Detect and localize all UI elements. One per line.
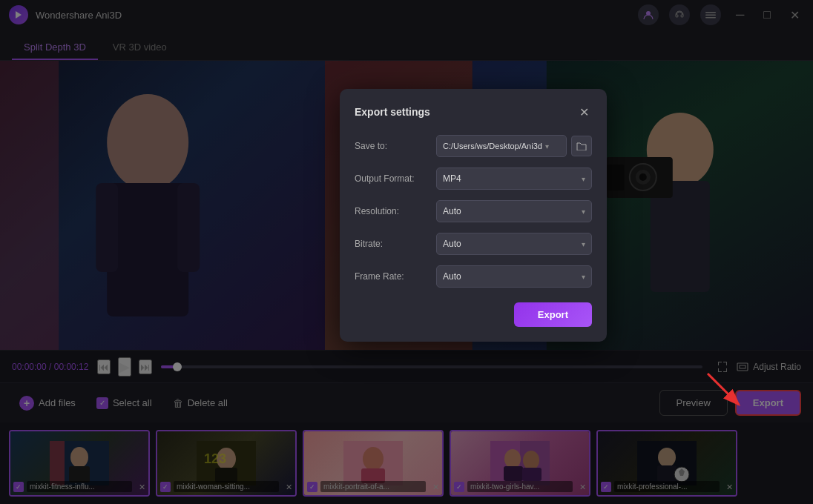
resolution-label: Resolution: bbox=[355, 206, 436, 216]
thumbnail-1[interactable]: ✓ mixkit-fitness-influ... ✕ bbox=[9, 430, 150, 497]
svg-rect-44 bbox=[522, 468, 542, 481]
thumbnail-4[interactable]: ✓ mixkit-two-girls-hav... ✕ bbox=[450, 430, 590, 497]
output-format-label: Output Format: bbox=[355, 173, 436, 184]
current-time: 00:00:00 / 00:00:12 bbox=[12, 362, 88, 372]
svg-rect-47 bbox=[657, 465, 677, 482]
output-format-select[interactable]: MP4 ▾ bbox=[436, 168, 592, 190]
preview-button[interactable]: Preview bbox=[659, 390, 728, 416]
ratio-icon bbox=[737, 361, 748, 373]
svg-rect-4 bbox=[705, 17, 716, 19]
window-controls: ─ □ ✕ bbox=[638, 4, 804, 25]
svg-point-41 bbox=[504, 449, 521, 468]
progress-thumb bbox=[173, 362, 182, 371]
frame-rate-row: Frame Rate: Auto ▾ bbox=[355, 265, 592, 288]
progress-track[interactable] bbox=[161, 365, 702, 368]
delete-all-label: Delete all bbox=[188, 397, 228, 408]
thumb-check-2: ✓ bbox=[160, 482, 171, 492]
thumb-label-1: mixkit-fitness-influ... bbox=[27, 481, 132, 492]
play-button[interactable]: ▶ bbox=[118, 357, 131, 377]
export-modal-button[interactable]: Export bbox=[514, 302, 592, 327]
svg-point-42 bbox=[523, 451, 539, 470]
select-all-button[interactable]: ✓ Select all bbox=[89, 393, 159, 414]
user-icon[interactable] bbox=[638, 4, 659, 25]
save-to-path[interactable]: C:/Users/ws/Desktop/Ani3d ▾ bbox=[436, 135, 567, 157]
tabbar: Split Depth 3D VR 3D video bbox=[0, 30, 813, 61]
thumb-label-2: mixkit-woman-sitting... bbox=[174, 481, 279, 492]
titlebar: Wondershare Ani3D ─ □ ✕ bbox=[0, 0, 813, 30]
playback-bar: 00:00:00 / 00:00:12 ⏮ ▶ ⏭ Adjust Ratio bbox=[0, 350, 813, 382]
frame-rate-select[interactable]: Auto ▾ bbox=[436, 265, 592, 288]
thumb-delete-1[interactable]: ✕ bbox=[139, 483, 145, 492]
maximize-button[interactable]: □ bbox=[759, 7, 775, 23]
svg-point-46 bbox=[658, 448, 676, 467]
thumb-label-3: mixkit-portrait-of-a... bbox=[320, 481, 426, 492]
save-to-label: Save to: bbox=[355, 141, 436, 151]
svg-point-27 bbox=[70, 447, 88, 468]
resolution-chevron: ▾ bbox=[582, 208, 585, 216]
video-left-panel bbox=[0, 61, 325, 350]
frame-rate-chevron: ▾ bbox=[582, 273, 585, 281]
thumb-label-4: mixkit-two-girls-hav... bbox=[467, 481, 573, 492]
trash-icon: 🗑 bbox=[173, 397, 183, 409]
thumbnails-row: ✓ mixkit-fitness-influ... ✕ 123 ✓ mixkit… bbox=[0, 422, 813, 504]
tab-split-depth[interactable]: Split Depth 3D bbox=[12, 36, 98, 60]
folder-browse-button[interactable] bbox=[571, 136, 592, 156]
modal-header: Export settings ✕ bbox=[355, 104, 592, 120]
thumb-delete-5[interactable]: ✕ bbox=[726, 483, 733, 492]
thumb-label-5: mixkit-professional-... bbox=[614, 481, 720, 492]
thumbnail-2[interactable]: 123 ✓ mixkit-woman-sitting... ✕ bbox=[156, 430, 297, 497]
export-main-button[interactable]: Export bbox=[735, 390, 801, 416]
modal-title: Export settings bbox=[355, 106, 430, 118]
close-button[interactable]: ✕ bbox=[786, 7, 804, 24]
svg-rect-29 bbox=[50, 441, 65, 485]
thumbnail-5[interactable]: ✓ mixkit-professional-... ✕ bbox=[596, 430, 737, 497]
output-format-chevron: ▾ bbox=[582, 175, 585, 183]
step-back-button[interactable]: ⏮ bbox=[97, 359, 111, 374]
svg-rect-43 bbox=[504, 466, 523, 481]
save-to-row: Save to: C:/Users/ws/Desktop/Ani3d ▾ bbox=[355, 135, 592, 157]
bitrate-chevron: ▾ bbox=[582, 240, 585, 248]
output-format-row: Output Format: MP4 ▾ bbox=[355, 168, 592, 190]
resolution-select[interactable]: Auto ▾ bbox=[436, 200, 592, 222]
bitrate-select[interactable]: Auto ▾ bbox=[436, 233, 592, 255]
svg-rect-12 bbox=[0, 61, 325, 350]
app-title: Wondershare Ani3D bbox=[36, 10, 122, 21]
bottom-toolbar: + Add files ✓ Select all 🗑 Delete all Pr… bbox=[0, 382, 813, 422]
svg-rect-28 bbox=[69, 466, 90, 483]
svg-rect-33 bbox=[215, 468, 237, 483]
svg-rect-3 bbox=[705, 15, 716, 16]
thumb-check-1: ✓ bbox=[13, 482, 24, 492]
thumb-delete-4[interactable]: ✕ bbox=[579, 483, 586, 492]
thumbnail-3[interactable]: ✓ mixkit-portrait-of-a... ✕ bbox=[303, 430, 444, 497]
bitrate-label: Bitrate: bbox=[355, 239, 436, 249]
tab-vr-3d[interactable]: VR 3D video bbox=[101, 36, 179, 60]
svg-rect-18 bbox=[606, 165, 625, 190]
adjust-ratio-button[interactable]: Adjust Ratio bbox=[753, 362, 801, 372]
svg-rect-25 bbox=[740, 365, 745, 368]
plus-icon: + bbox=[19, 396, 34, 411]
menu-icon[interactable] bbox=[700, 4, 721, 25]
thumb-delete-2[interactable]: ✕ bbox=[286, 483, 292, 492]
step-forward-button[interactable]: ⏭ bbox=[139, 359, 152, 374]
thumb-check-4: ✓ bbox=[454, 482, 464, 492]
thumb-check-5: ✓ bbox=[601, 482, 611, 492]
thumb-delete-3[interactable]: ✕ bbox=[432, 483, 439, 492]
svg-marker-0 bbox=[16, 11, 22, 19]
bitrate-row: Bitrate: Auto ▾ bbox=[355, 233, 592, 255]
app-logo bbox=[9, 5, 28, 24]
add-files-label: Add files bbox=[39, 397, 76, 408]
modal-footer: Export bbox=[355, 302, 592, 327]
save-to-chevron: ▾ bbox=[545, 142, 549, 150]
expand-icon bbox=[717, 361, 729, 373]
modal-close-button[interactable]: ✕ bbox=[576, 104, 592, 120]
delete-all-button[interactable]: 🗑 Delete all bbox=[165, 393, 235, 414]
resolution-row: Resolution: Auto ▾ bbox=[355, 200, 592, 222]
minimize-button[interactable]: ─ bbox=[731, 7, 748, 23]
frame-rate-label: Frame Rate: bbox=[355, 271, 436, 282]
svg-point-21 bbox=[639, 173, 647, 181]
export-settings-modal: Export settings ✕ Save to: C:/Users/ws/D… bbox=[340, 89, 607, 342]
headset-icon[interactable] bbox=[669, 4, 690, 25]
svg-text:123: 123 bbox=[204, 451, 226, 466]
svg-rect-2 bbox=[705, 12, 716, 13]
add-files-button[interactable]: + Add files bbox=[12, 391, 83, 415]
